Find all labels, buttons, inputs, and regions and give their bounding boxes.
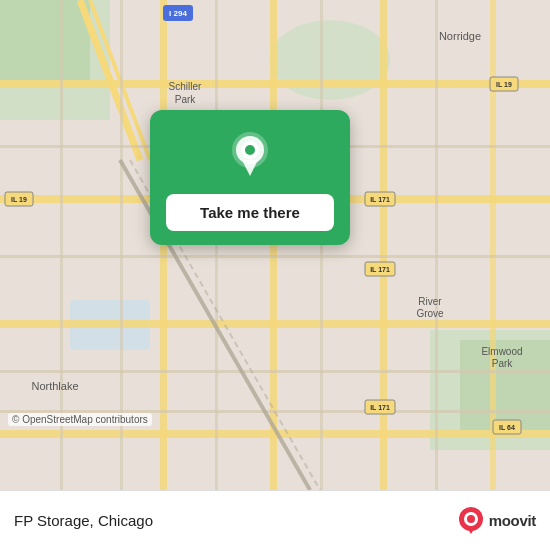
moovit-pin-icon [457,507,485,535]
svg-rect-14 [270,0,277,490]
pin-icon [223,128,277,182]
svg-point-53 [245,145,255,155]
svg-rect-25 [435,0,438,490]
take-me-there-button[interactable]: Take me there [166,194,334,231]
svg-text:Grove: Grove [416,308,444,319]
svg-marker-54 [242,160,258,176]
map-attribution: © OpenStreetMap contributors [8,413,152,426]
svg-rect-16 [490,0,496,490]
svg-text:River: River [418,296,442,307]
svg-rect-24 [320,0,323,490]
svg-text:Schiller: Schiller [169,81,202,92]
location-title: FP Storage, Chicago [14,512,153,529]
svg-rect-23 [215,0,218,490]
svg-rect-19 [0,370,550,373]
svg-rect-15 [380,0,387,490]
svg-point-57 [467,515,475,523]
svg-rect-13 [160,0,167,490]
map-view: IL 19 IL 19 IL 171 IL 171 IL 171 I 294 I… [0,0,550,490]
svg-text:Park: Park [492,358,514,369]
svg-text:IL 171: IL 171 [370,196,390,203]
svg-text:IL 64: IL 64 [499,424,515,431]
svg-rect-18 [0,255,550,258]
svg-text:Northlake: Northlake [31,380,78,392]
location-card: Take me there [150,110,350,245]
svg-text:Park: Park [175,94,197,105]
svg-text:IL 171: IL 171 [370,404,390,411]
moovit-brand-text: moovit [489,512,536,529]
svg-text:IL 19: IL 19 [11,196,27,203]
svg-text:Elmwood: Elmwood [481,346,522,357]
svg-text:Norridge: Norridge [439,30,481,42]
svg-text:IL 19: IL 19 [496,81,512,88]
svg-text:I 294: I 294 [169,9,187,18]
bottom-bar: FP Storage, Chicago moovit [0,490,550,550]
svg-rect-2 [0,0,90,80]
moovit-logo: moovit [457,507,536,535]
svg-text:IL 171: IL 171 [370,266,390,273]
